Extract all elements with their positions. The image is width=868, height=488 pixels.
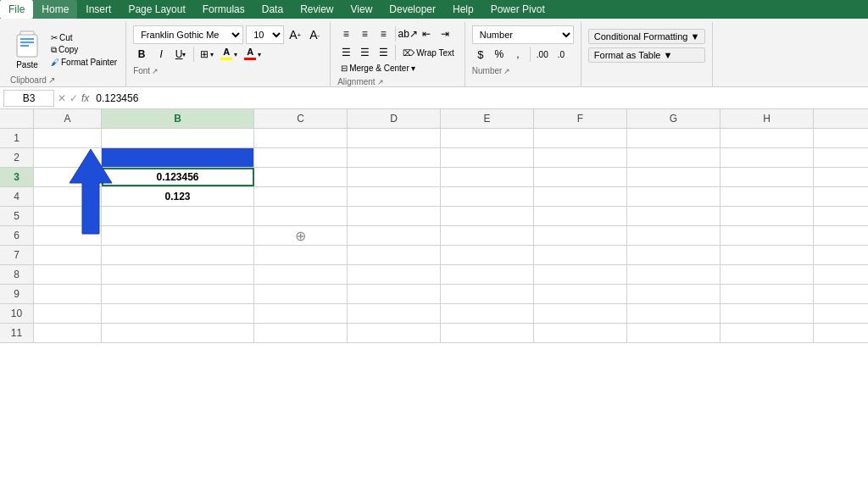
cell-f5[interactable]	[534, 207, 627, 225]
cell-f7[interactable]	[534, 246, 627, 264]
cell-e3[interactable]	[441, 168, 534, 186]
font-color-button[interactable]: A ▾	[242, 47, 263, 62]
cell-e5[interactable]	[441, 207, 534, 225]
cell-c5[interactable]	[254, 207, 348, 225]
cell-e6[interactable]	[441, 226, 534, 245]
row-header-10[interactable]: 10	[0, 304, 34, 323]
col-header-e[interactable]: E	[441, 109, 534, 128]
col-header-g[interactable]: G	[627, 109, 721, 128]
align-center-button[interactable]: ☰	[356, 44, 373, 61]
cell-h11[interactable]	[721, 324, 814, 342]
cell-f10[interactable]	[534, 304, 627, 323]
row-header-1[interactable]: 1	[0, 129, 34, 147]
menu-power-pivot[interactable]: Power Pivot	[482, 0, 554, 19]
cell-g5[interactable]	[627, 207, 721, 225]
font-name-select[interactable]: Franklin Gothic Me	[133, 25, 243, 44]
col-header-b[interactable]: B	[102, 109, 254, 128]
border-button[interactable]: ⊞ ▾	[198, 47, 215, 61]
cell-g1[interactable]	[627, 129, 721, 147]
decrease-decimal-button[interactable]: .0	[553, 46, 570, 63]
align-middle-button[interactable]: ≡	[356, 25, 373, 42]
row-header-2[interactable]: 2	[0, 148, 34, 167]
cell-f9[interactable]	[534, 285, 627, 303]
col-header-a[interactable]: A	[34, 109, 102, 128]
fill-color-button[interactable]: A ▾	[218, 47, 239, 62]
underline-button[interactable]: U ▾	[172, 46, 189, 63]
cell-e8[interactable]	[441, 265, 534, 284]
menu-file[interactable]: File	[0, 0, 33, 19]
number-expand-icon[interactable]: ↗	[504, 67, 510, 75]
row-header-7[interactable]: 7	[0, 246, 34, 264]
cell-b11[interactable]	[102, 324, 254, 342]
cell-c6[interactable]: ⊕	[254, 226, 348, 245]
cell-d4[interactable]	[348, 187, 441, 206]
cell-b10[interactable]	[102, 304, 254, 323]
cell-h8[interactable]	[721, 265, 814, 284]
col-header-c[interactable]: C	[254, 109, 348, 128]
align-left-button[interactable]: ☰	[337, 44, 354, 61]
cell-d9[interactable]	[348, 285, 441, 303]
number-format-select[interactable]: Number	[472, 25, 574, 44]
increase-decimal-button[interactable]: .00	[534, 46, 551, 63]
conditional-formatting-button[interactable]: Conditional Formatting ▼	[588, 29, 706, 44]
cell-a5[interactable]	[34, 207, 102, 225]
col-header-d[interactable]: D	[348, 109, 441, 128]
font-expand-icon[interactable]: ↗	[152, 67, 159, 75]
copy-button[interactable]: ⧉ Copy	[47, 44, 120, 56]
menu-formulas[interactable]: Formulas	[194, 0, 253, 19]
cell-d10[interactable]	[348, 304, 441, 323]
cell-e1[interactable]	[441, 129, 534, 147]
cell-b3[interactable]: 0.123456	[102, 168, 254, 186]
cell-b1[interactable]	[102, 129, 254, 147]
formula-check-icon[interactable]: ✓	[70, 92, 78, 104]
cell-c11[interactable]	[254, 324, 348, 342]
row-header-6[interactable]: 6	[0, 226, 34, 245]
cell-e11[interactable]	[441, 324, 534, 342]
cell-f8[interactable]	[534, 265, 627, 284]
increase-font-button[interactable]: A+	[287, 26, 303, 43]
cell-b8[interactable]	[102, 265, 254, 284]
cell-g7[interactable]	[627, 246, 721, 264]
indent-increase-button[interactable]: ⇥	[437, 25, 453, 42]
cell-e10[interactable]	[441, 304, 534, 323]
alignment-expand-icon[interactable]: ↗	[377, 78, 384, 86]
cell-c7[interactable]	[254, 246, 348, 264]
row-header-5[interactable]: 5	[0, 207, 34, 225]
cell-d8[interactable]	[348, 265, 441, 284]
cell-d11[interactable]	[348, 324, 441, 342]
rotate-text-button[interactable]: ab↗	[399, 25, 416, 42]
indent-decrease-button[interactable]: ⇤	[418, 25, 435, 42]
cell-c9[interactable]	[254, 285, 348, 303]
cut-button[interactable]: ✂ Cut	[47, 32, 120, 43]
formula-x-icon[interactable]: ✕	[58, 92, 66, 104]
menu-insert[interactable]: Insert	[77, 0, 120, 19]
cell-e7[interactable]	[441, 246, 534, 264]
row-header-3[interactable]: 3	[0, 168, 34, 186]
cell-a7[interactable]	[34, 246, 102, 264]
align-top-button[interactable]: ≡	[337, 25, 354, 42]
cell-c10[interactable]	[254, 304, 348, 323]
cell-g4[interactable]	[627, 187, 721, 206]
cell-h5[interactable]	[721, 207, 814, 225]
formula-input[interactable]: 0.123456	[92, 90, 865, 107]
cell-a4[interactable]	[34, 187, 102, 206]
menu-developer[interactable]: Developer	[381, 0, 444, 19]
cell-h10[interactable]	[721, 304, 814, 323]
cell-b5[interactable]	[102, 207, 254, 225]
menu-view[interactable]: View	[342, 0, 381, 19]
cell-c4[interactable]	[254, 187, 348, 206]
align-bottom-button[interactable]: ≡	[375, 25, 392, 42]
cell-h6[interactable]	[721, 226, 814, 245]
col-header-h[interactable]: H	[721, 109, 814, 128]
cell-d7[interactable]	[348, 246, 441, 264]
cell-b9[interactable]	[102, 285, 254, 303]
format-painter-button[interactable]: 🖌 Format Painter	[47, 57, 120, 68]
italic-button[interactable]: I	[153, 46, 170, 63]
cell-e9[interactable]	[441, 285, 534, 303]
cell-g8[interactable]	[627, 265, 721, 284]
cell-d2[interactable]	[348, 148, 441, 167]
font-size-select[interactable]: 10	[246, 25, 284, 44]
cell-b7[interactable]	[102, 246, 254, 264]
cell-g6[interactable]	[627, 226, 721, 245]
cell-d5[interactable]	[348, 207, 441, 225]
